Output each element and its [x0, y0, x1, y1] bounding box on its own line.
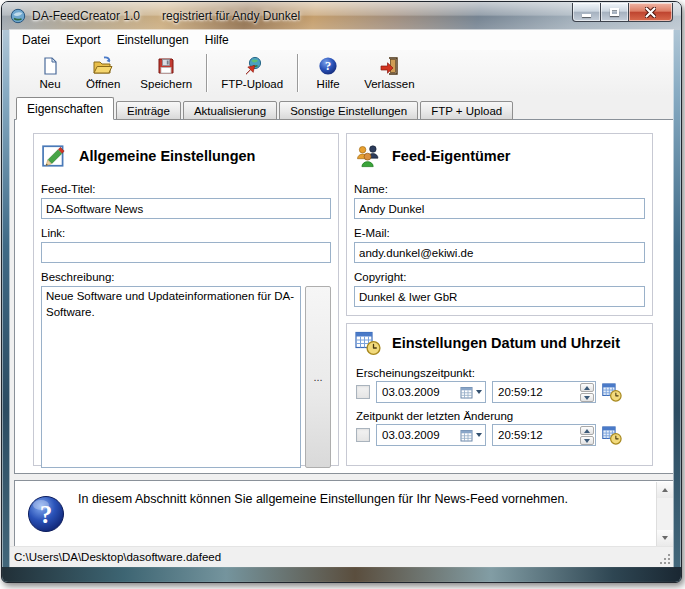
menu-item-hilfe[interactable]: Hilfe	[197, 31, 237, 49]
group-title: Allgemeine Einstellungen	[79, 148, 255, 164]
menu-item-datei[interactable]: Datei	[14, 31, 58, 49]
description-label: Beschreibung:	[41, 271, 336, 283]
toolbar-button-oeffnen[interactable]: Öffnen	[76, 52, 130, 94]
globe-upload-icon	[242, 56, 262, 76]
modified-date-picker[interactable]: 03.03.2009	[376, 424, 486, 446]
owner-name-input[interactable]	[354, 198, 645, 219]
menu-item-export[interactable]: Export	[58, 31, 109, 49]
toolbar-button-verlassen[interactable]: Verlassen	[354, 52, 425, 94]
datetime-settings-group: Einstellungen Datum und Uhrzeit Erschein…	[346, 323, 653, 466]
calendar-mini-icon	[460, 429, 473, 442]
toolbar-button-speichern[interactable]: Speichern	[130, 52, 202, 94]
publish-date-picker[interactable]: 03.03.2009	[376, 381, 486, 403]
modified-time-spinner[interactable]: 20:59:12	[492, 424, 596, 446]
general-settings-header: Allgemeine Einstellungen	[34, 134, 338, 171]
group-title: Feed-Eigentümer	[392, 148, 510, 164]
users-group-icon	[355, 143, 381, 169]
owner-email-input[interactable]	[354, 242, 645, 263]
spin-up-button[interactable]	[580, 383, 594, 392]
owner-copyright-input[interactable]	[354, 286, 645, 307]
link-label: Link:	[41, 227, 336, 239]
owner-name-label: Name:	[354, 183, 650, 195]
set-current-datetime-button[interactable]	[602, 382, 622, 402]
description-more-button[interactable]: ...	[305, 286, 331, 468]
publish-checkbox[interactable]	[356, 385, 370, 399]
minimize-icon	[582, 14, 591, 17]
dropdown-arrow-icon	[476, 433, 482, 437]
feed-owner-header: Feed-Eigentümer	[347, 134, 652, 171]
minimize-button[interactable]	[572, 3, 601, 22]
feed-title-label: Feed-Titel:	[41, 183, 336, 195]
spin-down-button[interactable]	[580, 393, 594, 402]
owner-email-label: E-Mail:	[354, 227, 650, 239]
toolbar: Neu Öffnen Speichern	[10, 50, 673, 96]
modified-checkbox[interactable]	[356, 428, 370, 442]
description-textarea[interactable]: Neue Software und Updateinformationen fü…	[41, 286, 301, 468]
tab-ftp-upload[interactable]: FTP + Upload	[420, 101, 513, 120]
general-settings-group: Allgemeine Einstellungen Feed-Titel: Lin…	[33, 133, 339, 466]
set-current-datetime-button[interactable]	[602, 425, 622, 445]
tab-aktualisierung[interactable]: Aktualisierung	[183, 101, 277, 120]
window-controls	[572, 3, 673, 22]
help-sphere-icon: ?	[318, 56, 338, 76]
toolbar-separator	[297, 54, 298, 92]
modified-datetime-row: 03.03.2009 20:59:12	[356, 424, 646, 446]
client-area: Datei Export Einstellungen Hilfe Neu	[10, 30, 673, 567]
toolbar-separator	[206, 54, 207, 92]
down-arrow-icon	[584, 439, 590, 443]
publish-time-spinner[interactable]: 20:59:12	[492, 381, 596, 403]
toolbar-button-ftp-upload[interactable]: FTP-Upload	[211, 52, 293, 94]
save-floppy-icon	[156, 56, 176, 76]
owner-copyright-label: Copyright:	[354, 271, 650, 283]
svg-text:?: ?	[40, 501, 53, 528]
up-arrow-icon	[584, 429, 590, 433]
spin-up-button[interactable]	[580, 426, 594, 435]
tab-sonstige-einstellungen[interactable]: Sonstige Einstellungen	[279, 101, 418, 120]
tab-strip: Eigenschaften Einträge Aktualisierung So…	[16, 98, 515, 120]
dropdown-arrow-icon	[476, 390, 482, 394]
modified-time-label: Zeitpunkt der letzten Änderung	[356, 410, 650, 422]
close-icon	[645, 7, 656, 18]
scroll-down-button[interactable]	[657, 530, 673, 546]
toolbar-button-neu[interactable]: Neu	[24, 52, 76, 94]
close-button[interactable]	[628, 3, 673, 22]
maximize-button[interactable]	[601, 3, 628, 22]
maximize-icon	[610, 8, 619, 16]
new-file-icon	[40, 56, 60, 76]
pencil-note-icon	[42, 143, 68, 169]
help-question-icon: ?	[26, 494, 66, 534]
spinner	[580, 425, 595, 445]
down-arrow-icon	[662, 536, 668, 540]
feed-title-input[interactable]	[41, 198, 331, 219]
status-bar: C:\Users\DA\Desktop\dasoftware.dafeed	[10, 546, 673, 567]
spin-down-button[interactable]	[580, 436, 594, 445]
app-icon	[10, 8, 26, 24]
up-arrow-icon	[584, 386, 590, 390]
toolbar-button-hilfe[interactable]: ? Hilfe	[302, 52, 354, 94]
spinner	[580, 382, 595, 402]
tab-eigenschaften[interactable]: Eigenschaften	[16, 97, 114, 120]
scroll-up-button[interactable]	[657, 482, 673, 498]
description-row: Neue Software und Updateinformationen fü…	[41, 286, 331, 468]
feed-owner-group: Feed-Eigentümer Name: E-Mail: Copyright:	[346, 133, 653, 316]
help-text: In diesem Abschnitt können Sie allgemein…	[78, 490, 623, 547]
group-title: Einstellungen Datum und Uhrzeit	[392, 335, 620, 351]
window-frame-bottom	[2, 567, 681, 582]
menu-item-einstellungen[interactable]: Einstellungen	[109, 31, 197, 49]
tab-page-eigenschaften: Allgemeine Einstellungen Feed-Titel: Lin…	[14, 119, 673, 474]
help-scrollbar[interactable]	[656, 482, 673, 546]
down-arrow-icon	[584, 396, 590, 400]
link-input[interactable]	[41, 242, 331, 263]
menu-bar: Datei Export Einstellungen Hilfe	[10, 30, 673, 50]
help-panel: ? In diesem Abschnitt können Sie allgeme…	[14, 480, 673, 548]
tab-eintraege[interactable]: Einträge	[116, 101, 181, 120]
publish-datetime-row: 03.03.2009 20:59:12	[356, 381, 646, 403]
app-window: DA-FeedCreator 1.0 registriert für Andy …	[1, 1, 682, 583]
datetime-header: Einstellungen Datum und Uhrzeit	[347, 324, 652, 357]
window-title: DA-FeedCreator 1.0	[32, 9, 140, 23]
title-bar[interactable]: DA-FeedCreator 1.0 registriert für Andy …	[2, 2, 681, 30]
exit-door-icon	[379, 56, 399, 76]
open-folder-icon	[92, 56, 114, 76]
calendar-clock-icon	[355, 330, 381, 356]
resize-grip[interactable]	[659, 553, 672, 566]
